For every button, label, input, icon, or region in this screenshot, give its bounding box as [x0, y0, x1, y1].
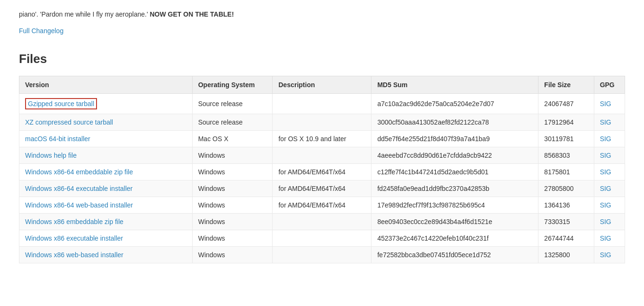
cell-description: for AMD64/EM64T/x64 — [273, 197, 371, 214]
table-row: Windows x86 embeddable zip fileWindows8e… — [19, 214, 625, 230]
cell-gpg: SIG — [594, 247, 625, 263]
sig-link[interactable]: SIG — [600, 118, 611, 126]
version-link[interactable]: Windows x86 web-based installer — [25, 251, 124, 259]
version-link[interactable]: Windows help file — [25, 152, 77, 159]
cell-os: Windows — [192, 230, 273, 247]
cell-version: Gzipped source tarball — [19, 94, 193, 114]
cell-filesize: 8568303 — [538, 147, 594, 164]
table-row: Windows x86-64 executable installerWindo… — [19, 180, 625, 197]
version-link[interactable]: Windows x86-64 web-based installer — [25, 201, 133, 209]
sig-link[interactable]: SIG — [600, 185, 611, 192]
cell-md5: 3000cf50aaa413052aef82fd2122ca78 — [371, 114, 538, 131]
cell-gpg: SIG — [594, 114, 625, 131]
cell-version: Windows x86-64 executable installer — [19, 180, 193, 197]
cell-os: Windows — [192, 164, 273, 180]
cell-md5: 452373e2c467c14220efeb10f40c231f — [371, 230, 538, 247]
table-row: Windows x86 executable installerWindows4… — [19, 230, 625, 247]
cell-version: Windows x86 embeddable zip file — [19, 214, 193, 230]
cell-filesize: 8175801 — [538, 164, 594, 180]
cell-filesize: 7330315 — [538, 214, 594, 230]
cell-md5: 4aeeebd7cc8dd90d61e7cfdda9cb9422 — [371, 147, 538, 164]
files-table: Version Operating System Description MD5… — [19, 76, 625, 263]
version-link[interactable]: Gzipped source tarball — [25, 98, 97, 109]
cell-description — [273, 230, 371, 247]
cell-os: Windows — [192, 147, 273, 164]
header-md5: MD5 Sum — [371, 76, 538, 94]
table-row: Windows help fileWindows4aeeebd7cc8dd90d… — [19, 147, 625, 164]
cell-version: Windows x86-64 web-based installer — [19, 197, 193, 214]
cell-version: Windows x86 web-based installer — [19, 247, 193, 263]
cell-md5: fd2458fa0e9ead1dd9fbc2370a42853b — [371, 180, 538, 197]
cell-os: Windows — [192, 247, 273, 263]
cell-version: Windows help file — [19, 147, 193, 164]
table-header-row: Version Operating System Description MD5… — [19, 76, 625, 94]
header-description: Description — [273, 76, 371, 94]
sig-link[interactable]: SIG — [600, 135, 611, 143]
sig-link[interactable]: SIG — [600, 201, 611, 209]
cell-description: for AMD64/EM64T/x64 — [273, 180, 371, 197]
header-os: Operating System — [192, 76, 273, 94]
sig-link[interactable]: SIG — [600, 100, 611, 108]
version-link[interactable]: macOS 64-bit installer — [25, 135, 90, 143]
cell-gpg: SIG — [594, 164, 625, 180]
cell-filesize: 1364136 — [538, 197, 594, 214]
cell-os: Source release — [192, 114, 273, 131]
version-link[interactable]: Windows x86-64 embeddable zip file — [25, 168, 133, 176]
sig-link[interactable]: SIG — [600, 234, 611, 242]
table-row: Windows x86-64 web-based installerWindow… — [19, 197, 625, 214]
cell-md5: fe72582bbca3dbe07451fd05ece1d752 — [371, 247, 538, 263]
table-row: Windows x86 web-based installerWindowsfe… — [19, 247, 625, 263]
cell-gpg: SIG — [594, 131, 625, 147]
cell-filesize: 24067487 — [538, 94, 594, 114]
cell-description — [273, 214, 371, 230]
cell-filesize: 30119781 — [538, 131, 594, 147]
cell-os: Windows — [192, 197, 273, 214]
header-version: Version — [19, 76, 193, 94]
cell-gpg: SIG — [594, 230, 625, 247]
cell-filesize: 17912964 — [538, 114, 594, 131]
cell-os: Source release — [192, 94, 273, 114]
version-link[interactable]: XZ compressed source tarball — [25, 118, 113, 126]
cell-md5: a7c10a2ac9d62de75a0ca5204e2e7d07 — [371, 94, 538, 114]
cell-gpg: SIG — [594, 180, 625, 197]
sig-link[interactable]: SIG — [600, 218, 611, 225]
version-link[interactable]: Windows x86 embeddable zip file — [25, 218, 124, 225]
cell-description — [273, 114, 371, 131]
cell-os: Windows — [192, 180, 273, 197]
cell-gpg: SIG — [594, 214, 625, 230]
version-link[interactable]: Windows x86 executable installer — [25, 234, 123, 242]
cell-description: for OS X 10.9 and later — [273, 131, 371, 147]
table-row: XZ compressed source tarballSource relea… — [19, 114, 625, 131]
cell-filesize: 27805800 — [538, 180, 594, 197]
cell-version: Windows x86-64 embeddable zip file — [19, 164, 193, 180]
header-gpg: GPG — [594, 76, 625, 94]
sig-link[interactable]: SIG — [600, 251, 611, 259]
section-title: Files — [19, 52, 625, 66]
cell-version: XZ compressed source tarball — [19, 114, 193, 131]
cell-os: Windows — [192, 214, 273, 230]
cell-version: macOS 64-bit installer — [19, 131, 193, 147]
cell-description — [273, 94, 371, 114]
intro-text: piano'. 'Pardon me while I fly my aeropl… — [19, 9, 625, 19]
table-row: Windows x86-64 embeddable zip fileWindow… — [19, 164, 625, 180]
cell-filesize: 1325800 — [538, 247, 594, 263]
header-filesize: File Size — [538, 76, 594, 94]
cell-gpg: SIG — [594, 197, 625, 214]
cell-description — [273, 147, 371, 164]
sig-link[interactable]: SIG — [600, 168, 611, 176]
cell-gpg: SIG — [594, 147, 625, 164]
cell-description — [273, 247, 371, 263]
cell-version: Windows x86 executable installer — [19, 230, 193, 247]
cell-md5: dd5e7f64e255d21f8d407f39a7a41ba9 — [371, 131, 538, 147]
cell-os: Mac OS X — [192, 131, 273, 147]
cell-gpg: SIG — [594, 94, 625, 114]
table-row: macOS 64-bit installerMac OS Xfor OS X 1… — [19, 131, 625, 147]
full-changelog-link[interactable]: Full Changelog — [19, 27, 63, 35]
version-link[interactable]: Windows x86-64 executable installer — [25, 185, 132, 192]
cell-filesize: 26744744 — [538, 230, 594, 247]
table-row: Gzipped source tarballSource releasea7c1… — [19, 94, 625, 114]
sig-link[interactable]: SIG — [600, 152, 611, 159]
cell-md5: c12ffe7f4c1b447241d5d2aedc9b5d01 — [371, 164, 538, 180]
cell-md5: 8ee09403ec0cc2e89d43b4a4f6d1521e — [371, 214, 538, 230]
cell-description: for AMD64/EM64T/x64 — [273, 164, 371, 180]
